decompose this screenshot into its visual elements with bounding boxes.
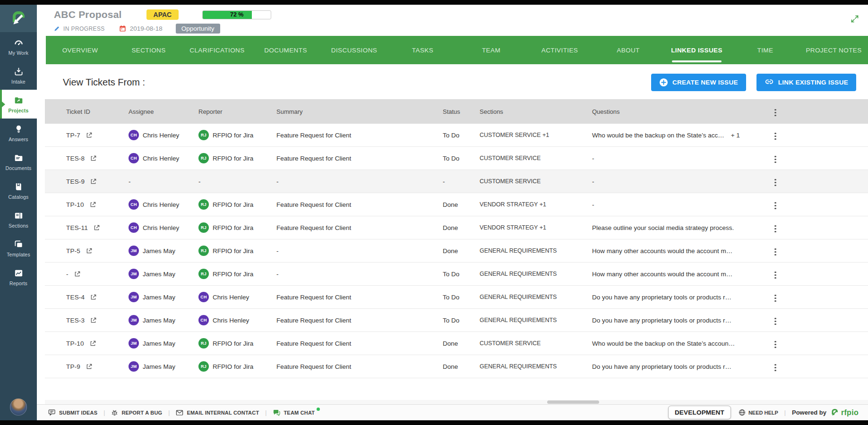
assignee-avatar: JM xyxy=(129,292,139,302)
external-link-icon[interactable] xyxy=(90,178,97,185)
sidebar-item-documents[interactable]: Documents xyxy=(0,147,37,176)
sidebar-item-reports[interactable]: Reports xyxy=(0,263,37,291)
external-link-icon[interactable] xyxy=(93,224,100,231)
rfpio-logo[interactable] xyxy=(0,5,37,32)
envelope-icon xyxy=(176,409,183,416)
environment-badge[interactable]: DEVELOPMENT xyxy=(668,406,731,419)
tab-overview[interactable]: OVERVIEW xyxy=(46,36,114,64)
external-link-icon[interactable] xyxy=(86,247,93,255)
assignee-cell: CH Chris Henley xyxy=(129,130,198,140)
sidebar-nav: My Work Intake Projects Answers Document… xyxy=(0,32,37,291)
tab-linked-issues[interactable]: LINKED ISSUES xyxy=(662,36,731,64)
external-link-icon[interactable] xyxy=(89,340,96,347)
sections-cell: VENDOR STRATEGY +1 xyxy=(480,224,592,231)
ticket-id: TP-10 xyxy=(66,340,84,347)
need-help-link[interactable]: NEED HELP xyxy=(739,409,778,416)
row-menu-icon[interactable] xyxy=(773,270,778,281)
assignee-name: - xyxy=(129,178,131,185)
table-row: TP-10 CH Chris Henley RJ RFPIO for Jira … xyxy=(45,193,868,216)
create-new-issue-button[interactable]: CREATE NEW ISSUE xyxy=(651,74,746,91)
footer-link-report-a-bug[interactable]: REPORT A BUG xyxy=(111,409,162,416)
reporter-cell: RJ RFPIO for Jira xyxy=(198,153,276,163)
reporter-avatar: CH xyxy=(198,315,209,325)
assignee-cell: - xyxy=(129,178,198,185)
row-menu-icon[interactable] xyxy=(773,200,778,212)
row-menu-icon[interactable] xyxy=(773,223,778,235)
col-summary[interactable]: Summary xyxy=(276,108,443,115)
tab-documents[interactable]: DOCUMENTS xyxy=(251,36,320,64)
row-menu-icon[interactable] xyxy=(773,316,778,327)
status-cell: - xyxy=(443,178,480,185)
row-menu-icon[interactable] xyxy=(773,154,778,165)
sidebar-item-projects[interactable]: Projects xyxy=(0,90,37,119)
col-ticket-id[interactable]: Ticket ID xyxy=(45,108,129,115)
external-link-icon[interactable] xyxy=(90,317,97,324)
table-menu-icon[interactable] xyxy=(773,107,778,119)
calendar-icon xyxy=(119,25,126,32)
external-link-icon[interactable] xyxy=(90,155,97,162)
table-row: - JM James May RJ RFPIO for Jira - To Do… xyxy=(45,263,868,286)
col-reporter[interactable]: Reporter xyxy=(198,108,276,115)
footer-separator: | xyxy=(103,409,105,416)
sidebar-item-intake[interactable]: Intake xyxy=(0,61,37,90)
expand-icon[interactable] xyxy=(850,14,859,24)
row-menu-icon[interactable] xyxy=(773,246,778,258)
tab-project-notes[interactable]: PROJECT NOTES xyxy=(799,36,868,64)
project-tab-bar: OVERVIEW SECTIONS CLARIFICATIONS DOCUMEN… xyxy=(46,36,868,64)
edit-pencil-icon[interactable] xyxy=(54,26,60,32)
sidebar-item-sections[interactable]: Sections xyxy=(0,205,37,234)
reporter-name: - xyxy=(198,178,201,185)
link-existing-issue-button[interactable]: LINK EXISTING ISSUE xyxy=(756,74,856,91)
sections-cell: GENERAL REQUIREMENTS xyxy=(480,271,592,277)
tab-team[interactable]: TEAM xyxy=(457,36,525,64)
scrollbar-thumb[interactable] xyxy=(547,400,599,404)
col-questions[interactable]: Questions xyxy=(592,108,756,115)
footer-link-email-internal-contact[interactable]: EMAIL INTERNAL CONTACT xyxy=(176,409,259,416)
col-assignee[interactable]: Assignee xyxy=(129,108,198,115)
assignee-name: Chris Henley xyxy=(143,155,179,162)
ticket-id-cell: TP-5 xyxy=(45,247,129,255)
horizontal-scrollbar[interactable] xyxy=(45,400,868,404)
reporter-cell: RJ RFPIO for Jira xyxy=(198,269,276,279)
tab-time[interactable]: TIME xyxy=(731,36,799,64)
sections-cell: CUSTOMER SERVICE xyxy=(480,178,592,185)
external-link-icon[interactable] xyxy=(86,363,93,370)
external-link-icon[interactable] xyxy=(90,294,97,301)
sidebar-item-label: Catalogs xyxy=(8,194,28,200)
row-menu-icon[interactable] xyxy=(773,293,778,304)
summary-cell: - xyxy=(276,178,443,185)
ticket-id-cell: TP-10 xyxy=(45,340,129,347)
tab-clarifications[interactable]: CLARIFICATIONS xyxy=(183,36,251,64)
summary-cell: - xyxy=(276,271,443,278)
assignee-cell: CH Chris Henley xyxy=(129,153,198,163)
tab-discussions[interactable]: DISCUSSIONS xyxy=(320,36,388,64)
tab-sections[interactable]: SECTIONS xyxy=(114,36,183,64)
row-menu-icon[interactable] xyxy=(773,339,778,350)
sidebar-item-answers[interactable]: Answers xyxy=(0,119,37,147)
rfpio-brand[interactable]: rfpio xyxy=(830,408,859,417)
ticket-id-cell: TES-11 xyxy=(45,224,129,231)
reporter-cell: RJ RFPIO for Jira xyxy=(198,222,276,233)
external-link-icon[interactable] xyxy=(74,271,81,278)
footer-link-submit-ideas[interactable]: SUBMIT IDEAS xyxy=(48,409,97,416)
external-link-icon[interactable] xyxy=(89,201,96,208)
tab-tasks[interactable]: TASKS xyxy=(388,36,457,64)
row-menu-icon[interactable] xyxy=(773,177,778,188)
external-link-icon[interactable] xyxy=(86,132,93,139)
reporter-avatar: RJ xyxy=(198,338,209,348)
sidebar-item-templates[interactable]: Templates xyxy=(0,234,37,263)
reporter-cell: CH Chris Henley xyxy=(198,292,276,302)
row-menu-icon[interactable] xyxy=(773,131,778,142)
tab-about[interactable]: ABOUT xyxy=(594,36,662,64)
sidebar-item-label: My Work xyxy=(9,50,29,56)
sidebar-item-my-work[interactable]: My Work xyxy=(0,32,37,61)
row-menu-icon[interactable] xyxy=(773,362,778,374)
footer-link-team-chat[interactable]: TEAM CHAT xyxy=(273,409,315,416)
user-avatar[interactable] xyxy=(10,399,27,416)
col-sections[interactable]: Sections xyxy=(480,108,592,115)
reporter-name: Chris Henley xyxy=(213,294,249,301)
sidebar-item-catalogs[interactable]: Catalogs xyxy=(0,176,37,205)
col-status[interactable]: Status xyxy=(443,108,480,115)
sidebar-item-label: Reports xyxy=(9,280,27,286)
tab-activities[interactable]: ACTIVITIES xyxy=(525,36,594,64)
